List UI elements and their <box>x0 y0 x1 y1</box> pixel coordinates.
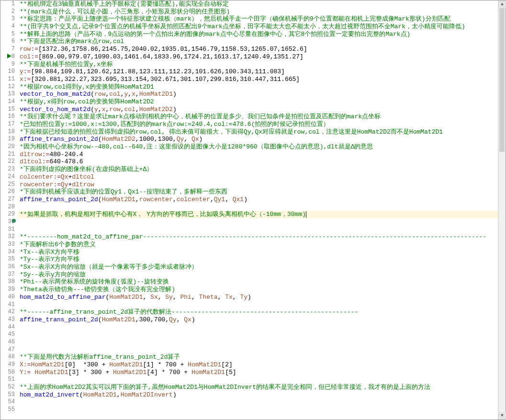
line-number[interactable]: 51 <box>0 376 18 384</box>
line-number[interactable]: 22 <box>0 158 18 166</box>
code-content[interactable] <box>18 376 499 384</box>
code-line[interactable]: 17*已知拍照位置y:=1000,x:=1300,匹配到的的mark点row:=… <box>0 121 499 128</box>
line-number[interactable]: 5 <box>0 31 18 38</box>
code-content[interactable] <box>18 339 499 346</box>
code-line[interactable]: 24colcenter:=Qx+dltcol <box>0 173 499 181</box>
code-line[interactable]: 50Y:= HomMat2D1[3] * 300 + HomMat2D1[4] … <box>0 369 499 376</box>
code-line[interactable]: 30 <box>0 218 499 226</box>
code-line[interactable]: 51 <box>0 376 499 384</box>
code-content[interactable]: hom_mat2d_invert(HomMat2D1,HomMat2DInver… <box>18 391 499 399</box>
code-line[interactable]: 35*Ty--表示Y方向平移 <box>0 256 499 263</box>
code-content[interactable]: **上面的求HomMat2D2其实可以用下面的算子,虽然HomMat2D1与Ho… <box>18 384 499 391</box>
code-content[interactable] <box>18 226 499 234</box>
code-content[interactable]: **标定思路：产品平面上随便选一个特征形状建立模板（mark），然后机械手走一个… <box>18 15 499 23</box>
code-content[interactable]: colcenter:=Qx+dltcol <box>18 173 499 181</box>
line-number[interactable]: 29 <box>0 211 18 218</box>
code-line[interactable]: 3**标定思路：产品平面上随便选一个特征形状建立模板（mark），然后机械手走一… <box>0 15 499 23</box>
line-number[interactable]: 38 <box>0 278 18 286</box>
code-line[interactable]: 14**根据y,x得到row,col的变换矩阵HomMat2D2 <box>0 98 499 106</box>
line-number[interactable]: 9 <box>0 61 18 68</box>
code-content[interactable]: **下面是用代数方法解析affine_trans_point_2d算子 <box>18 353 499 361</box>
line-number[interactable]: 47 <box>0 346 18 354</box>
code-content[interactable]: affine_trans_point_2d(HomMat2D1,rowcente… <box>18 196 499 204</box>
code-line[interactable]: 7row:=[1372.36,1758.86,2145.75,2040.02,1… <box>0 45 499 53</box>
code-content[interactable]: dltrow:=480-240.4 <box>18 151 499 159</box>
line-number[interactable]: 24 <box>0 173 18 181</box>
code-content[interactable]: *已知拍照位置y:=1000,x:=1300,匹配到的的mark点row:=24… <box>18 121 499 128</box>
code-line[interactable]: 21dltrow:=480-240.4 <box>0 151 499 159</box>
scroll-down-arrow-icon[interactable]: ▼ <box>498 412 506 420</box>
code-line[interactable]: 52**上面的求HomMat2D2其实可以用下面的算子,虽然HomMat2D1与… <box>0 384 499 391</box>
line-number[interactable]: 40 <box>0 294 18 301</box>
code-content[interactable]: **(mark点是什么，可以是小圆，小三角形，小矩形及形状分明的任意图形) <box>18 8 499 16</box>
code-content[interactable]: *下面解析出6个参数的意义 <box>18 241 499 249</box>
line-number[interactable]: 35 <box>0 256 18 263</box>
code-line[interactable]: 38*Phi--表示两坐标系统的旋转角度(弧度)--旋转变换 <box>0 278 499 286</box>
line-number[interactable]: 27 <box>0 196 18 204</box>
code-content[interactable]: vector_to_hom_mat2d(row,col,y,x,HomMat2D… <box>18 91 499 98</box>
code-line[interactable]: 20*因为相机中心坐标为row--480,col--640,注：这里假设的是图像… <box>0 143 499 151</box>
code-content[interactable]: **如果是抓取，机构是相对于相机中心有X， Y方向的平移而已，比如吸头离相机中心… <box>18 211 499 218</box>
code-content[interactable] <box>18 218 499 226</box>
line-number[interactable]: 3 <box>0 15 18 23</box>
code-line[interactable]: 6**下面是匹配出来的mark点row,col <box>0 38 499 45</box>
code-content[interactable]: x:=[320.881,322.27,323.695,313.154,302.6… <box>18 76 499 83</box>
code-line[interactable]: 46 <box>0 339 499 346</box>
line-number[interactable]: 14 <box>0 98 18 106</box>
line-number[interactable]: 41 <box>0 301 18 309</box>
code-content[interactable]: affine_trans_point_2d(HomMat2D2,1000,130… <box>18 136 499 143</box>
code-line[interactable]: 34*Tx--表示X方向平移 <box>0 249 499 256</box>
code-line[interactable]: 19affine_trans_point_2d(HomMat2D2,1000,1… <box>0 136 499 143</box>
code-scroll-area[interactable]: 1**相机绑定在3轴垂直机械手上的手眼标定(需要懂匹配),能实现全自动标定2**… <box>0 0 499 420</box>
code-content[interactable]: *因为相机中心坐标为row--480,col--640,注：这里假设的是图像大小… <box>18 143 499 151</box>
line-number[interactable]: 19 <box>0 136 18 143</box>
code-line[interactable]: 25rowcenter:=Qy+dltrow <box>0 181 499 189</box>
code-content[interactable]: hom_mat2d_to_affine_par(HomMat2D1, Sx, S… <box>18 294 499 301</box>
line-number[interactable]: 53 <box>0 391 18 399</box>
line-number[interactable]: 1 <box>0 0 18 8</box>
line-number[interactable]: 49 <box>0 361 18 369</box>
line-number[interactable]: 30 <box>0 218 18 226</box>
breakpoint-dot-icon[interactable] <box>12 219 16 223</box>
code-content[interactable] <box>18 398 499 406</box>
code-content[interactable]: *Sy--表示y方向的缩放 <box>18 271 499 279</box>
code-line[interactable]: 2**(mark点是什么，可以是小圆，小三角形，小矩形及形状分明的任意图形) <box>0 8 499 16</box>
scroll-thumb[interactable] <box>499 8 505 152</box>
code-content[interactable]: **相机绑定在3轴垂直机械手上的手眼标定(需要懂匹配),能实现全自动标定 <box>18 0 499 8</box>
line-number[interactable]: 54 <box>0 398 18 406</box>
code-content[interactable]: *Theta表示错切角---错切变换（这个我没有完全理解) <box>18 286 499 294</box>
code-line[interactable]: 33*下面解析出6个参数的意义 <box>0 241 499 249</box>
line-number[interactable]: 11 <box>0 76 18 83</box>
code-line[interactable]: 53hom_mat2d_invert(HomMat2D1,HomMat2DInv… <box>0 391 499 399</box>
code-line[interactable]: 37*Sy--表示y方向的缩放 <box>0 271 499 279</box>
line-number[interactable]: 50 <box>0 369 18 376</box>
line-number[interactable]: 46 <box>0 339 18 346</box>
code-content[interactable] <box>18 406 499 414</box>
code-line[interactable]: 13vector_to_hom_mat2d(row,col,y,x,HomMat… <box>0 91 499 98</box>
line-number[interactable]: 26 <box>0 188 18 196</box>
code-content[interactable]: dltcol:=640-478.6 <box>18 158 499 166</box>
code-content[interactable]: rowcenter:=Qy+dltrow <box>18 181 499 189</box>
line-number[interactable]: 4 <box>0 23 18 31</box>
code-line[interactable]: 22dltcol:=640-478.6 <box>0 158 499 166</box>
vertical-scrollbar[interactable]: ▲ ▼ <box>498 0 506 420</box>
code-line[interactable]: 4**(田字共9个交叉点,记录9个位置点的机械手坐标及拍照匹配出9个mark点坐… <box>0 23 499 31</box>
code-line[interactable]: 5**解释上面的思路（产品不动，9点运动的第一个点拍出来的图像的mark点中心尽… <box>0 31 499 38</box>
line-number[interactable]: 55 <box>0 406 18 414</box>
line-number[interactable]: 34 <box>0 249 18 256</box>
line-number[interactable]: 18 <box>0 128 18 136</box>
line-number[interactable]: 20 <box>0 143 18 151</box>
line-number[interactable]: 6 <box>0 38 18 45</box>
scroll-up-arrow-icon[interactable]: ▲ <box>498 0 506 8</box>
line-number[interactable]: 52 <box>0 384 18 391</box>
line-number[interactable]: 36 <box>0 263 18 271</box>
code-content[interactable]: **解释上面的思路（产品不动，9点运动的第一个点拍出来的图像的mark点中心尽量… <box>18 31 499 38</box>
code-line[interactable]: 29**如果是抓取，机构是相对于相机中心有X， Y方向的平移而已，比如吸头离相机… <box>0 211 499 218</box>
scroll-track[interactable] <box>498 8 506 412</box>
code-content[interactable]: *下面得到虚拟的图像坐标(在虚拟的基础上+Δ） <box>18 166 499 173</box>
line-number[interactable]: 7 <box>0 45 18 53</box>
line-number[interactable]: 43 <box>0 316 18 324</box>
code-content[interactable] <box>18 324 499 331</box>
code-content[interactable]: **下面是匹配出来的mark点row,col <box>18 38 499 45</box>
code-line[interactable]: 41 <box>0 301 499 309</box>
